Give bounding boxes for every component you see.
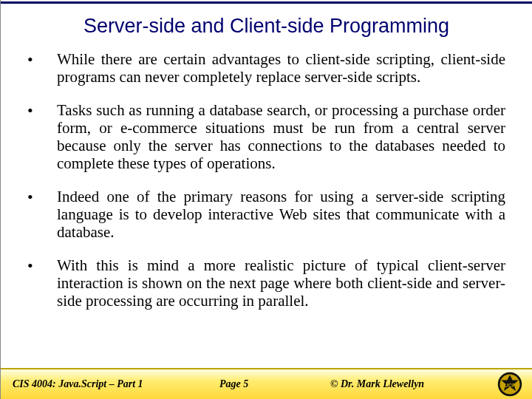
bullet-item: • Indeed one of the primary reasons for … (27, 188, 505, 241)
bullet-text: With this is mind a more realistic pictu… (57, 257, 505, 310)
bullet-item: • Tasks such as running a database searc… (27, 102, 505, 172)
ucf-logo-icon: UCF (497, 371, 523, 398)
footer-course: CIS 4004: Java.Script – Part 1 (13, 378, 219, 390)
footer-page: Page 5 (219, 378, 330, 390)
bullet-text: While there are certain advantages to cl… (57, 51, 505, 86)
bullet-icon: • (27, 257, 57, 275)
slide-title: Server-side and Client-side Programming (1, 0, 532, 44)
svg-text:UCF: UCF (505, 382, 516, 389)
top-rule (1, 1, 532, 4)
slide-footer: CIS 4004: Java.Script – Part 1 Page 5 © … (1, 368, 532, 399)
bullet-item: • While there are certain advantages to … (27, 51, 505, 86)
bullet-icon: • (27, 51, 57, 69)
bullet-text: Tasks such as running a database search,… (57, 102, 505, 172)
bullet-text: Indeed one of the primary reasons for us… (57, 188, 505, 241)
bullet-icon: • (27, 102, 57, 120)
footer-copyright: © Dr. Mark Llewellyn (330, 378, 497, 390)
bullet-item: • With this is mind a more realistic pic… (27, 257, 505, 310)
bullet-icon: • (27, 188, 57, 206)
slide-content: • While there are certain advantages to … (1, 44, 532, 310)
slide: Server-side and Client-side Programming … (0, 0, 532, 399)
